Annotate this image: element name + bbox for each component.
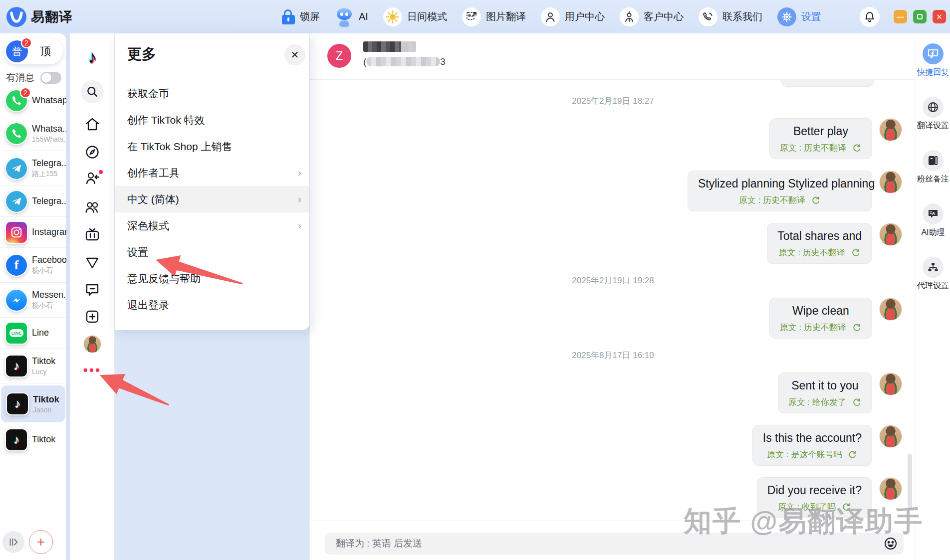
message-bubble: Stylized planning Stylized planning原文 : … (688, 171, 872, 211)
more-menu-item-深色模式[interactable]: 深色模式› (115, 212, 309, 239)
friends-icon[interactable] (70, 199, 115, 215)
messages-icon[interactable] (70, 282, 115, 298)
proxy-settings-button[interactable]: 代理设置 (916, 257, 950, 290)
message-text: Stylized planning Stylized planning (698, 177, 862, 190)
home-icon[interactable] (70, 116, 115, 132)
message-text: Wipe clean (780, 304, 862, 318)
more-menu-item-创作者工具[interactable]: 创作者工具› (115, 160, 309, 186)
message-list[interactable]: 2025年2月19日 18:27Better play原文 : 历史不翻译Sty… (310, 80, 916, 521)
original-text: 原文 : 历史不翻译 (777, 247, 862, 258)
translate-settings-button[interactable]: 翻译设置 (916, 97, 950, 130)
following-icon[interactable] (70, 170, 115, 186)
close-more-menu-button[interactable]: ✕ (284, 44, 305, 65)
expand-sidebar-button[interactable] (2, 531, 24, 553)
day-mode-button[interactable]: 日间模式 (383, 7, 447, 26)
svg-text:A: A (932, 211, 936, 216)
inbox-icon[interactable] (70, 255, 115, 271)
explore-icon[interactable] (70, 144, 115, 160)
contact-name: Tiktok (33, 394, 59, 404)
titlebar: 易翻译 锁屏 AI 日间模式 (0, 0, 950, 33)
contact-list: 2WhatsappWhatsa...155Whats...Telegra...路… (0, 85, 66, 455)
refresh-translation-icon[interactable] (811, 195, 821, 205)
contact-item-tiktok-Lucy[interactable]: ♪TiktokLucy (0, 349, 66, 383)
titlebar-right: — ✕ (860, 0, 946, 33)
menu-item-label: 深色模式 (127, 219, 169, 233)
message-text: Better play (780, 125, 862, 138)
contact-item-instagram[interactable]: Instagram (0, 217, 66, 248)
message-row: Stylized planning Stylized planning原文 : … (310, 171, 916, 211)
customer-center-button[interactable]: 客户中心 (620, 7, 684, 26)
contact-name: Line (32, 328, 49, 338)
contact-item-messenger-杨小石[interactable]: Messen...杨小石 (0, 283, 66, 318)
message-row: Is this the account?原文 : 是这个账号吗 (310, 425, 916, 466)
contact-item-telegram[interactable]: Telegra... (0, 186, 66, 217)
rail-profile-avatar[interactable] (70, 335, 115, 353)
emoji-icon[interactable] (884, 537, 898, 553)
search-icon (81, 80, 104, 103)
message-text: Did you receive it? (767, 484, 862, 497)
add-account-button[interactable]: + (29, 530, 53, 554)
contact-item-facebook-杨小石[interactable]: fFacebook杨小石 (0, 248, 66, 283)
more-options-dots[interactable]: ••• (70, 363, 115, 378)
pin-label: 顶 (28, 44, 63, 59)
image-translate-icon (462, 7, 481, 26)
more-menu-item-意见反馈与帮助[interactable]: 意见反馈与帮助 (115, 265, 309, 292)
contact-item-whatsapp-155Whats...[interactable]: Whatsa...155Whats... (0, 116, 66, 151)
contact-item-tiktok-Jason[interactable]: ♪TiktokJason (1, 385, 65, 422)
contact-us-button[interactable]: 联系我们 (699, 7, 762, 26)
upload-icon[interactable] (70, 309, 115, 325)
profile-badge: 2 (21, 37, 32, 48)
menu-item-label: 设置 (127, 245, 148, 259)
refresh-translation-icon[interactable] (848, 450, 857, 459)
search-button[interactable] (70, 80, 115, 103)
refresh-translation-icon[interactable] (842, 502, 851, 512)
lock-screen-button[interactable]: 锁屏 (282, 9, 320, 24)
globe-icon (923, 97, 944, 118)
contact-item-telegram-路上155[interactable]: Telegra...路上155 (0, 151, 66, 186)
refresh-translation-icon[interactable] (852, 143, 862, 153)
partial-message-bubble (781, 80, 874, 87)
ai-assistant-button[interactable]: A AI助理 (916, 203, 950, 237)
quick-reply-button[interactable]: 快捷回复 (916, 43, 950, 77)
image-translate-button[interactable]: 图片翻译 (462, 7, 526, 26)
contact-item-whatsapp[interactable]: 2Whatsapp (0, 85, 66, 116)
refresh-translation-icon[interactable] (851, 248, 861, 257)
contact-item-tiktok[interactable]: ♪Tiktok (0, 424, 66, 455)
profile-pill[interactable]: 普 2 顶 (4, 38, 63, 64)
contact-item-line[interactable]: LINELine (0, 318, 66, 349)
more-menu-item-获取金币[interactable]: 获取金币 (115, 80, 309, 107)
refresh-translation-icon[interactable] (852, 323, 862, 332)
settings-button[interactable]: 设置 (777, 7, 821, 26)
notifications-button[interactable] (860, 7, 880, 27)
user-center-button[interactable]: 用户中心 (541, 7, 605, 26)
minimize-button[interactable]: — (894, 10, 907, 23)
contact-name: Telegra... (32, 196, 66, 206)
filter-label: 有消息 (6, 71, 34, 84)
more-menu-item-设置[interactable]: 设置 (115, 239, 309, 265)
live-icon[interactable] (70, 227, 115, 243)
close-window-button[interactable]: ✕ (933, 10, 946, 23)
ai-button[interactable]: AI (335, 7, 368, 27)
facebook-icon: f (5, 254, 28, 277)
more-menu-item-创作-TikTok-特效[interactable]: 创作 TikTok 特效 (115, 107, 309, 133)
has-message-filter: 有消息 (6, 71, 62, 84)
lock-icon (282, 9, 295, 24)
tiktok-icon: ♪ (5, 428, 28, 451)
right-toolbar: 快捷回复 翻译设置 粉丝备注 A AI助理 (916, 33, 950, 560)
more-menu-item-中文-(简体)[interactable]: 中文 (简体)› (115, 186, 309, 212)
message-input[interactable] (336, 533, 875, 555)
original-text: 原文 : 历史不翻译 (780, 142, 862, 154)
scrollbar-thumb[interactable] (908, 454, 912, 510)
messenger-icon (5, 289, 28, 312)
expand-icon (8, 537, 19, 548)
contact-name: Telegra... (32, 158, 66, 168)
fan-notes-button[interactable]: 粉丝备注 (916, 150, 950, 184)
has-message-toggle[interactable] (40, 72, 61, 84)
more-menu-item-在-TikTok-Shop-上销售[interactable]: 在 TikTok Shop 上销售 (115, 133, 309, 160)
more-menu-item-退出登录[interactable]: 退出登录 (115, 292, 309, 318)
maximize-button[interactable] (913, 10, 927, 23)
tiktok-logo-icon[interactable]: ♪ (70, 47, 115, 67)
message-bubble: Wipe clean原文 : 历史不翻译 (769, 298, 872, 339)
org-chart-icon (923, 257, 944, 278)
refresh-translation-icon[interactable] (852, 397, 862, 407)
